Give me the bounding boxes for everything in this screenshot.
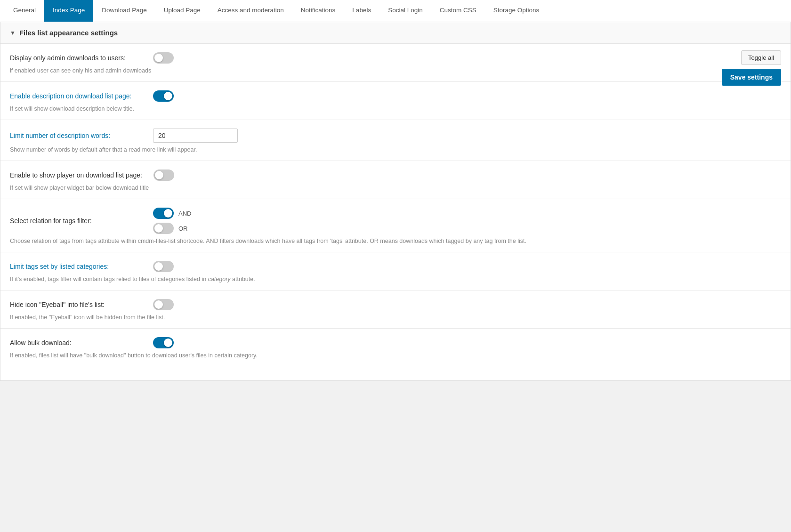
number-input-limit-description-words[interactable] [153, 129, 238, 143]
setting-desc-limit-description-words: Show number of words by default after th… [10, 146, 781, 153]
setting-row-limit-description-words: Limit number of description words: Show … [0, 120, 791, 161]
setting-row-show-player: Enable to show player on download list p… [0, 161, 791, 199]
tab-storage-options[interactable]: Storage Options [485, 0, 548, 22]
setting-row-description-on-download: Enable description on download list page… [0, 82, 791, 120]
toggle-admin-downloads[interactable] [153, 52, 174, 64]
setting-label-tags-filter: Select relation for tags filter: [10, 217, 142, 225]
section-header: ▼ Files list appearance settings [0, 22, 791, 44]
setting-row-tags-filter: Select relation for tags filter: AND [0, 199, 791, 252]
toggle-and[interactable] [153, 208, 174, 219]
toggle-or-label: OR [178, 225, 188, 232]
setting-label-admin-downloads: Display only admin downloads to users: [10, 54, 142, 62]
tags-or-wrap: OR [153, 223, 191, 234]
setting-row-bulk-download: Allow bulk download: If enabled, files l… [0, 329, 791, 366]
setting-row-hide-eyeball: Hide icon "Eyeball" into file's list: If… [0, 290, 791, 329]
tabs-container: GeneralIndex PageDownload PageUpload Pag… [0, 0, 791, 22]
tab-index-page[interactable]: Index Page [44, 0, 93, 22]
setting-label-bulk-download: Allow bulk download: [10, 339, 142, 347]
setting-desc-hide-eyeball: If enabled, the "Eyeball" icon will be h… [10, 314, 781, 321]
action-buttons: Toggle all Save settings [722, 50, 781, 86]
setting-desc-bulk-download: If enabled, files list will have "bulk d… [10, 352, 781, 359]
tab-access-moderation[interactable]: Access and moderation [209, 0, 292, 22]
setting-desc-description-on-download: If set will show download description be… [10, 105, 781, 112]
tab-notifications[interactable]: Notifications [292, 0, 344, 22]
setting-desc-show-player: If set will show player widget bar below… [10, 185, 781, 191]
toggle-or[interactable] [153, 223, 174, 234]
settings-content: ▼ Files list appearance settings Toggle … [0, 22, 791, 381]
tags-filter-toggles: AND OR [153, 208, 191, 234]
setting-label-description-on-download: Enable description on download list page… [10, 92, 142, 100]
tab-labels[interactable]: Labels [344, 0, 379, 22]
settings-rows: Display only admin downloads to users: i… [0, 44, 791, 366]
section-title: Files list appearance settings [19, 29, 118, 37]
tab-upload-page[interactable]: Upload Page [155, 0, 209, 22]
toggle-show-player[interactable] [153, 169, 174, 181]
toggle-hide-eyeball[interactable] [153, 299, 174, 310]
setting-row-limit-tags-categories: Limit tags set by listed categories: If … [0, 252, 791, 290]
save-settings-button[interactable]: Save settings [722, 69, 781, 86]
tab-social-login[interactable]: Social Login [379, 0, 431, 22]
toggle-description-on-download[interactable] [153, 90, 174, 102]
setting-label-show-player: Enable to show player on download list p… [10, 171, 142, 179]
setting-label-limit-description-words: Limit number of description words: [10, 132, 142, 139]
tab-general[interactable]: General [5, 0, 44, 22]
setting-desc-tags-filter: Choose relation of tags from tags attrib… [10, 238, 781, 244]
setting-label-limit-tags-categories: Limit tags set by listed categories: [10, 263, 142, 270]
toggle-bulk-download[interactable] [153, 337, 174, 348]
toggle-all-button[interactable]: Toggle all [741, 50, 781, 65]
setting-label-hide-eyeball: Hide icon "Eyeball" into file's list: [10, 301, 142, 308]
setting-desc-admin-downloads: if enabled user can see only his and adm… [10, 67, 781, 74]
tab-custom-css[interactable]: Custom CSS [431, 0, 485, 22]
tags-and-wrap: AND [153, 208, 191, 219]
toggle-and-label: AND [178, 210, 191, 217]
collapse-arrow-icon[interactable]: ▼ [10, 30, 16, 36]
setting-row-admin-downloads: Display only admin downloads to users: i… [0, 44, 791, 82]
tab-download-page[interactable]: Download Page [93, 0, 155, 22]
toggle-limit-tags-categories[interactable] [153, 261, 174, 272]
setting-desc-limit-tags-categories: If it's enabled, tags filter will contai… [10, 276, 781, 282]
